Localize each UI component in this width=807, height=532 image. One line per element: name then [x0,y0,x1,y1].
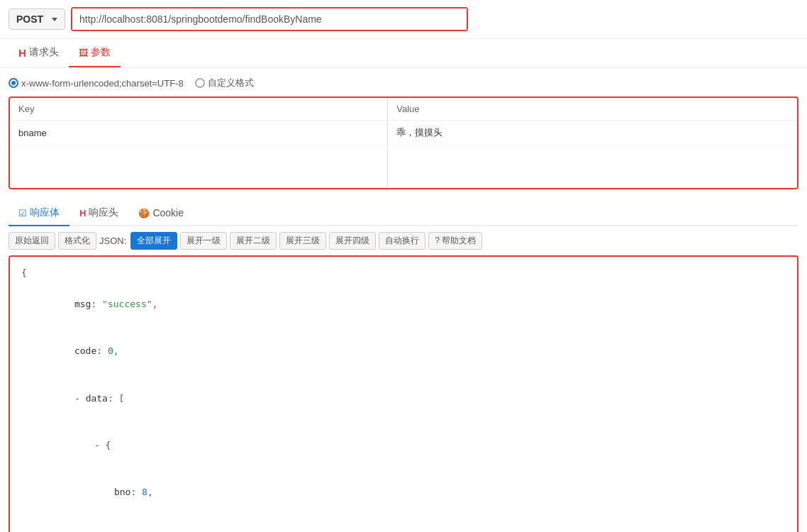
json-code-line: code: 0, [21,328,786,375]
request-tabs-row: H 请求头 🖼 参数 [0,39,807,68]
tab-request-headers[interactable]: H 请求头 [9,39,69,67]
radio-urlencoded[interactable]: x-www-form-urlencoded;charset=UTF-8 [9,78,184,89]
json-data-line: - data: [ [21,375,786,422]
btn-auto-wrap[interactable]: 自动换行 [379,232,425,250]
json-code-key: code [74,345,96,356]
btn-expand-all[interactable]: 全部展开 [130,232,177,250]
btn-expand-3[interactable]: 展开三级 [279,232,326,250]
method-select[interactable]: POST [9,9,65,30]
url-input-wrapper [71,7,468,31]
url-input[interactable] [72,9,467,30]
btn-expand-1[interactable]: 展开一级 [180,232,227,250]
tab-response-headers[interactable]: H 响应头 [69,201,128,226]
btn-help[interactable]: ? 帮助文档 [428,232,482,250]
tab-response-cookie[interactable]: 🍪 Cookie [128,201,194,226]
col-header-value: Value [388,98,797,121]
encoding-radio-row: x-www-form-urlencoded;charset=UTF-8 自定义格… [9,77,798,89]
radio-urlencoded-label: x-www-form-urlencoded;charset=UTF-8 [21,78,184,89]
tab-response-body-label: 响应体 [30,206,60,219]
json-display: { msg: "success", code: 0, - data: [ - {… [9,255,798,532]
btn-raw[interactable]: 原始返回 [9,232,55,250]
method-chevron-icon [52,18,57,21]
col-header-key: Key [10,98,388,121]
H-icon: H [18,47,26,59]
json-open-brace: { [21,265,786,281]
json-bno-key: bno [114,487,130,497]
radio-custom-circle [195,78,205,88]
tab-request-headers-label: 请求头 [29,46,59,59]
check-icon: ☑ [18,208,27,218]
json-bno-val: 8 [142,487,148,497]
btn-expand-4[interactable]: 展开四级 [329,232,376,250]
param-value-0[interactable]: 乖，摸摸头 [388,121,797,145]
json-data-obj-line: - { [21,422,786,469]
params-table: Key Value bname 乖，摸摸头 [10,98,797,188]
empty-key-cell [10,145,388,188]
table-row: bname 乖，摸摸头 [10,121,797,145]
tab-request-params[interactable]: 🖼 参数 [69,39,121,67]
tab-response-cookie-label: Cookie [152,207,184,218]
radio-custom-label: 自定义格式 [208,77,254,89]
content-area: x-www-form-urlencoded;charset=UTF-8 自定义格… [0,68,807,532]
json-code-val: 0 [108,345,113,356]
top-bar: POST [0,0,807,39]
H-resp-icon: H [79,208,86,218]
json-bname-line: bname: "乖，摸摸头", [21,516,786,533]
method-label: POST [16,13,43,25]
json-msg-line: msg: "success", [21,281,786,328]
btn-expand-2[interactable]: 展开二级 [230,232,277,250]
radio-custom[interactable]: 自定义格式 [195,77,254,89]
params-table-wrapper: Key Value bname 乖，摸摸头 [9,96,798,189]
json-bno-line: bno: 8, [21,469,786,516]
empty-value-cell [388,145,797,188]
tab-response-headers-label: 响应头 [89,206,118,219]
json-toolbar: 原始返回 格式化 JSON: 全部展开 展开一级 展开二级 展开三级 展开四级 … [9,232,798,250]
tab-response-body[interactable]: ☑ 响应体 [9,201,69,226]
json-data-key: data [86,393,108,404]
btn-format[interactable]: 格式化 [58,232,96,250]
response-tabs-row: ☑ 响应体 H 响应头 🍪 Cookie [9,201,798,226]
json-label: JSON: [99,235,126,246]
cookie-icon: 🍪 [138,208,150,218]
question-icon: ? [435,235,440,245]
json-msg-key: msg [74,299,91,309]
radio-urlencoded-circle [9,78,18,88]
tab-request-params-label: 参数 [91,46,111,59]
table-empty-row [10,145,797,188]
param-key-0[interactable]: bname [10,121,388,145]
params-icon: 🖼 [79,48,88,58]
json-msg-val: "success" [102,299,152,309]
